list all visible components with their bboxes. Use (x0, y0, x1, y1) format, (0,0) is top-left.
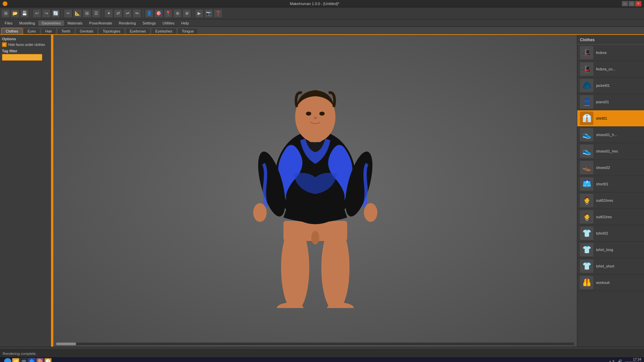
toolbar-reset[interactable]: 🔄 (51, 9, 60, 18)
clothes-item-suit01hres[interactable]: 🤵suit01hres (577, 192, 644, 209)
menu-files[interactable]: Files (1, 20, 16, 26)
toolbar-rotate[interactable]: ⇄ (114, 9, 122, 18)
svg-point-14 (319, 112, 325, 116)
tab-genitals[interactable]: Genitals (75, 28, 98, 34)
clothes-item-jacket01[interactable]: 🧥jacket01 (577, 77, 644, 94)
tab-hair[interactable]: Hair (41, 28, 56, 34)
menu-geometries[interactable]: Geometries (38, 20, 64, 26)
tab-tongue[interactable]: Tongue (177, 28, 198, 34)
toolbar-flip[interactable]: ⇋ (132, 9, 141, 18)
tab-eyebrows[interactable]: Eyebrows (125, 28, 150, 34)
toolbar-cut[interactable]: ✂ (64, 9, 72, 18)
clothes-label-jacket01: jacket01 (596, 83, 610, 87)
menu-materials[interactable]: Materials (64, 20, 86, 26)
toolbar-new[interactable]: ⊞ (1, 9, 10, 18)
clothes-item-tshirt_short[interactable]: 👕tshirt_short (577, 258, 644, 275)
tab-clothes[interactable]: Clothes (1, 28, 22, 34)
clothes-thumb-shirt01: 👔 (580, 112, 593, 125)
clothes-item-jeans01[interactable]: 👖jeans01 (577, 94, 644, 110)
hide-faces-checkbox[interactable]: ✓ (2, 42, 7, 47)
main-scrollbar[interactable] (0, 347, 644, 349)
toolbar-redo[interactable]: ↪ (42, 9, 51, 18)
clothes-item-shoes01_lres[interactable]: 👟shoes01_lres (577, 143, 644, 160)
window-title: MakeHuman 1.0.0 - [Untitled]* (7, 2, 622, 6)
toolbar-target[interactable]: 🎯 (154, 9, 163, 18)
svg-point-10 (364, 203, 377, 222)
menu-rendering[interactable]: Rendering (115, 20, 139, 26)
taskbar-app-other2[interactable]: 🎨 (36, 358, 44, 362)
clothes-item-tshirt_long[interactable]: 👕tshirt_long (577, 242, 644, 258)
toolbar-remove[interactable]: ⊗ (182, 9, 191, 18)
titlebar: MakeHuman 1.0.0 - [Untitled]* — □ ✕ (0, 0, 644, 7)
menu-pose-animate[interactable]: Pose/Animate (86, 20, 115, 26)
clothes-label-shoes01_lres: shoes01_lres (596, 149, 618, 153)
clothes-label-fedora_co: fedora_co... (596, 67, 615, 71)
clothes-thumb-short01: 🩳 (580, 177, 593, 191)
toolbar-help[interactable]: ❓ (214, 9, 222, 18)
tab-teeth[interactable]: Teeth (57, 28, 75, 34)
clothes-item-tshirt02[interactable]: 👕tshirt02 (577, 225, 644, 242)
tab-eyelashes[interactable]: Eyelashes (151, 28, 177, 34)
taskbar-app-other3[interactable]: 🕑 (44, 358, 52, 362)
taskbar-app-files[interactable]: 📁 (12, 358, 19, 362)
toolbar-menu[interactable]: ☰ (92, 9, 101, 18)
clothes-item-short01[interactable]: 🩳short01 (577, 176, 644, 192)
toolbar-play[interactable]: ▶ (195, 9, 204, 18)
tabbar: Clothes Eyes Hair Teeth Genitals Topolog… (0, 27, 644, 35)
toolbar-sep-2 (62, 10, 62, 17)
menu-modelling[interactable]: Modelling (16, 20, 38, 26)
toolbar-measure[interactable]: 📐 (73, 9, 82, 18)
toolbar-transform[interactable]: ✦ (104, 9, 113, 18)
toolbar-add[interactable]: ⊕ (173, 9, 182, 18)
clothes-item-shirt01[interactable]: 👔shirt01 (577, 110, 644, 127)
toolbar-scale[interactable]: ⇌ (123, 9, 132, 18)
toolbar-undo[interactable]: ↩ (33, 9, 41, 18)
taskbar-apps: 🌐 📁 🎮 🔷 🎨 🕑 (3, 358, 606, 362)
clothes-thumb-suit01hres: 🤵 (580, 194, 593, 207)
svg-point-13 (306, 112, 311, 116)
toolbar-person[interactable]: 👤 (145, 9, 154, 18)
clothes-label-jeans01: jeans01 (596, 100, 609, 104)
tag-filter-input[interactable] (2, 54, 42, 61)
viewport-scrollbar[interactable] (53, 343, 577, 345)
clothes-label-shoes02: shoes02 (596, 166, 610, 170)
tab-topologies[interactable]: Topologies (98, 28, 125, 34)
menu-settings[interactable]: Settings (139, 20, 159, 26)
taskbar-app-steam[interactable]: 🎮 (20, 358, 28, 362)
clothes-thumb-suit01lres: 🤵 (580, 210, 593, 224)
tab-eyes[interactable]: Eyes (23, 28, 40, 34)
toolbar-save[interactable]: 💾 (20, 9, 29, 18)
taskbar-time: 17:34 17/03/2014 (625, 358, 641, 362)
clothes-list: 🎩fedora🎩fedora_co...🧥jacket01👖jeans01👔sh… (577, 45, 644, 291)
maximize-button[interactable]: □ (629, 1, 635, 6)
clothes-label-fedora: fedora (596, 51, 606, 55)
clothes-item-worksuit[interactable]: 🦺worksuit (577, 275, 644, 291)
taskbar-network-icon: ▲▼ (608, 359, 615, 362)
taskbar-app-other1[interactable]: 🔷 (28, 358, 36, 362)
toolbar-grid[interactable]: ⊞ (83, 9, 91, 18)
right-panel: Clothes 🎩fedora🎩fedora_co...🧥jacket01👖je… (577, 35, 644, 347)
scroll-track (56, 343, 574, 345)
clothes-label-suit01lres: suit01lres (596, 215, 612, 219)
clothes-label-shirt01: shirt01 (596, 116, 607, 120)
toolbar-open[interactable]: 📂 (11, 9, 19, 18)
clothes-label-tshirt_long: tshirt_long (596, 248, 613, 252)
clothes-item-fedora_co[interactable]: 🎩fedora_co... (577, 61, 644, 77)
close-button[interactable]: ✕ (635, 1, 641, 6)
clothes-item-shoes01_h[interactable]: 👟shoes01_h... (577, 127, 644, 143)
clothes-thumb-jeans01: 👖 (580, 95, 593, 109)
clothes-item-fedora[interactable]: 🎩fedora (577, 45, 644, 61)
scroll-thumb[interactable] (56, 343, 76, 345)
clothes-thumb-fedora: 🎩 (580, 46, 593, 59)
clothes-item-shoes02[interactable]: 👞shoes02 (577, 160, 644, 176)
viewport-background (53, 35, 577, 347)
clothes-thumb-shoes01_lres: 👟 (580, 144, 593, 158)
viewport[interactable] (53, 35, 577, 347)
menu-help[interactable]: Help (178, 20, 192, 26)
minimize-button[interactable]: — (622, 1, 628, 6)
clothes-item-suit01lres[interactable]: 🤵suit01lres (577, 209, 644, 225)
taskbar-app-chrome[interactable]: 🌐 (4, 358, 11, 362)
toolbar-pin[interactable]: 📍 (164, 9, 172, 18)
menu-utilities[interactable]: Utilities (159, 20, 178, 26)
toolbar-camera[interactable]: 📷 (204, 9, 213, 18)
